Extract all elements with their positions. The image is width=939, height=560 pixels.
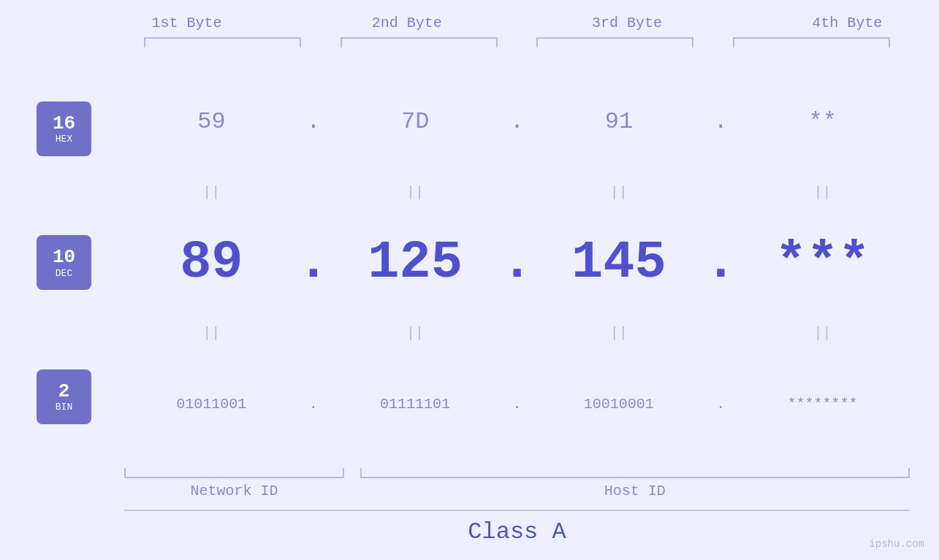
hex-dot1: . — [306, 108, 320, 135]
top-brackets — [124, 37, 910, 47]
hex-b2: 7D — [401, 108, 429, 135]
eq2-b1: || — [124, 325, 299, 342]
bin-badge-label: BIN — [56, 402, 72, 413]
byte4-header: 4th Byte — [737, 15, 939, 31]
byte-headers: 1st Byte 2nd Byte 3rd Byte 4th Byte — [77, 15, 939, 31]
hex-badge-label: HEX — [56, 134, 72, 145]
class-label: Class A — [468, 518, 566, 545]
network-id-label: Network ID — [124, 483, 344, 499]
bin-row: 01011001 . 01111101 . 10010001 . *******… — [124, 345, 910, 464]
hex-badge: 16 HEX — [37, 101, 91, 156]
watermark: ipshu.com — [869, 538, 924, 550]
equals-row-2: || || || || — [124, 323, 910, 345]
byte2-header: 2nd Byte — [297, 15, 517, 31]
class-section: Class A — [124, 510, 910, 545]
bin-badge: 2 BIN — [37, 369, 91, 424]
hex-b1: 59 — [197, 108, 225, 135]
dec-b4: *** — [775, 233, 870, 293]
dec-badge: 10 DEC — [37, 235, 91, 290]
byte3-header: 3rd Byte — [517, 15, 737, 31]
content-area: 16 HEX 10 DEC 2 BIN 59 . 7D . 91 . ** — [29, 62, 910, 464]
label-row: Network ID Host ID — [124, 483, 910, 499]
eq1-b1: || — [124, 184, 299, 201]
hex-b4: ** — [808, 108, 836, 135]
bin-b2: 01111101 — [380, 396, 450, 413]
bin-b4: ******** — [788, 396, 858, 413]
eq1-b3: || — [532, 184, 707, 201]
dec-badge-number: 10 — [53, 247, 75, 268]
bin-dot1: . — [309, 396, 318, 413]
dec-dot1: . — [297, 233, 329, 293]
hex-row: 59 . 7D . 91 . ** — [124, 62, 910, 181]
equals-row-1: || || || || — [124, 181, 910, 203]
host-id-label: Host ID — [360, 483, 911, 499]
bottom-section: Network ID Host ID — [124, 468, 910, 499]
dec-b2: 125 — [368, 233, 463, 293]
eq1-b4: || — [735, 184, 910, 201]
dec-badge-label: DEC — [56, 268, 72, 279]
eq1-b2: || — [328, 184, 503, 201]
values-grid: 59 . 7D . 91 . ** || || || || 89 — [124, 62, 910, 464]
bin-badge-number: 2 — [58, 381, 70, 402]
hex-b3: 91 — [605, 108, 633, 135]
dec-row: 89 . 125 . 145 . *** — [124, 203, 910, 322]
bottom-brackets — [124, 468, 910, 478]
bin-dot2: . — [512, 396, 521, 413]
eq2-b2: || — [328, 325, 503, 342]
byte1-header: 1st Byte — [77, 15, 297, 31]
hex-dot3: . — [714, 108, 728, 135]
network-bracket — [124, 468, 344, 478]
eq2-b3: || — [532, 325, 707, 342]
dec-dot3: . — [705, 233, 737, 293]
dec-b3: 145 — [571, 233, 666, 293]
bin-b3: 10010001 — [584, 396, 654, 413]
bin-dot3: . — [716, 396, 725, 413]
hex-badge-number: 16 — [53, 113, 75, 134]
dec-dot2: . — [501, 233, 533, 293]
bin-b1: 01011001 — [176, 396, 246, 413]
badges-column: 16 HEX 10 DEC 2 BIN — [29, 62, 124, 464]
hex-dot2: . — [510, 108, 524, 135]
dec-b1: 89 — [180, 233, 243, 293]
host-bracket — [360, 468, 911, 478]
eq2-b4: || — [735, 325, 910, 342]
